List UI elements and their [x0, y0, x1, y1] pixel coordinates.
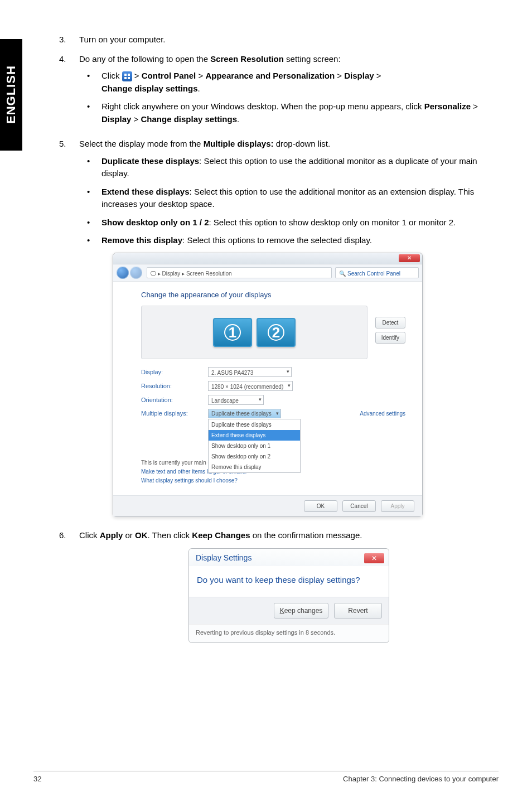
language-tab: ENGLISH — [0, 39, 22, 151]
step-4-bold: Screen Resolution — [210, 54, 284, 64]
page-number: 32 — [33, 775, 41, 783]
monitor-arrangement[interactable]: 1 2 — [141, 306, 367, 359]
chapter-label: Chapter 3: Connecting devices to your co… — [343, 775, 499, 783]
step-3-text: Turn on your computer. — [79, 33, 499, 46]
gt: > — [132, 71, 142, 80]
close-icon[interactable]: ✕ — [399, 254, 420, 262]
step-6-num: 6. — [59, 529, 79, 542]
multiple-label: Multiple displays: — [141, 409, 202, 418]
keep-changes-button[interactable]: Keep changes — [274, 603, 329, 619]
start-icon — [122, 71, 132, 81]
keep-changes-bold: Keep Changes — [192, 530, 250, 540]
multi-option-show1[interactable]: Show desktop only on 1 — [209, 441, 300, 451]
search-input[interactable]: 🔍Search Control Panel — [335, 267, 419, 278]
bullet-dot: • — [87, 234, 101, 247]
monitor-2[interactable]: 2 — [257, 318, 296, 347]
change-display-settings: Change display settings — [101, 84, 198, 93]
close-icon[interactable]: ✕ — [364, 553, 384, 563]
opt-remove: Remove this display — [101, 235, 182, 245]
cancel-button[interactable]: Cancel — [342, 500, 376, 512]
multi-option-duplicate[interactable]: Duplicate these displays — [209, 419, 300, 430]
monitor-1[interactable]: 1 — [213, 318, 252, 347]
detect-button[interactable]: Detect — [375, 317, 405, 328]
bullet-dot: • — [87, 70, 101, 83]
step-4-b2-line1: Right click anywhere on your Windows des… — [101, 102, 424, 111]
control-panel: Control Panel — [142, 71, 196, 80]
identify-button[interactable]: Identify — [375, 332, 405, 344]
nav-forward-icon[interactable] — [130, 267, 142, 279]
search-icon: 🔍 — [339, 270, 346, 277]
step-5-bold: Multiple displays: — [204, 139, 274, 148]
opt-extend: Extend these displays — [101, 187, 190, 196]
step-3-num: 3. — [59, 33, 79, 46]
orientation-label: Orientation: — [141, 395, 202, 405]
apply-bold: Apply — [100, 530, 123, 540]
ok-button[interactable]: OK — [304, 500, 337, 512]
advanced-settings-link[interactable]: Advanced settings — [360, 409, 405, 418]
window-chrome: ✕ — [113, 253, 422, 264]
multi-option-remove[interactable]: Remove this display — [209, 462, 300, 472]
personalize: Personalize — [424, 102, 471, 111]
opt-duplicate: Duplicate these displays — [101, 156, 199, 166]
dialog2-title: Display Settings — [196, 552, 252, 564]
display-combo[interactable]: 2. ASUS PA4273 — [208, 367, 292, 377]
display-label: Display: — [141, 368, 202, 377]
step-5-text-b: drop-down list. — [273, 139, 330, 148]
keep-changes-dialog: Display Settings ✕ Do you want to keep t… — [188, 548, 389, 643]
dialog-heading: Change the appearance of your displays — [141, 289, 405, 301]
display: Display — [344, 71, 374, 80]
resolution-label: Resolution: — [141, 381, 202, 391]
step-4-text-a: Do any of the following to open the — [79, 54, 210, 64]
revert-button[interactable]: Revert — [334, 603, 382, 619]
revert-countdown: Reverting to previous display settings i… — [189, 624, 389, 643]
screen-resolution-dialog: ✕ 🖵 ▸ Display ▸ Screen Resolution 🔍Searc… — [113, 253, 423, 517]
multi-option-show2[interactable]: Show desktop only on 2 — [209, 451, 300, 462]
apply-button[interactable]: Apply — [381, 500, 414, 512]
step-4-b1-pre: Click — [101, 71, 122, 80]
bullet-dot: • — [87, 155, 101, 168]
bullet-dot: • — [87, 216, 101, 229]
step-5-text-a: Select the display mode from the — [79, 139, 204, 148]
resolution-combo[interactable]: 1280 × 1024 (recommended) — [208, 381, 293, 391]
step-4-text-b: setting screen: — [284, 54, 341, 64]
nav-back-icon[interactable] — [117, 267, 129, 279]
breadcrumb[interactable]: 🖵 ▸ Display ▸ Screen Resolution — [147, 267, 332, 278]
opt-showonly: Show desktop only on 1 / 2 — [101, 218, 209, 227]
multi-option-extend[interactable]: Extend these displays — [209, 430, 300, 441]
ok-bold: OK — [135, 530, 148, 540]
orientation-combo[interactable]: Landscape — [208, 395, 264, 405]
what-settings-link[interactable]: What display settings should I choose? — [141, 476, 405, 485]
step-4-num: 4. — [59, 53, 79, 66]
appearance: Appearance and Personalization — [205, 71, 335, 80]
dialog2-question: Do you want to keep these display settin… — [189, 566, 389, 597]
bullet-dot: • — [87, 100, 101, 113]
bullet-dot: • — [87, 186, 101, 199]
multiple-combo[interactable]: Duplicate these displays — [208, 409, 281, 418]
step-5-num: 5. — [59, 138, 79, 151]
